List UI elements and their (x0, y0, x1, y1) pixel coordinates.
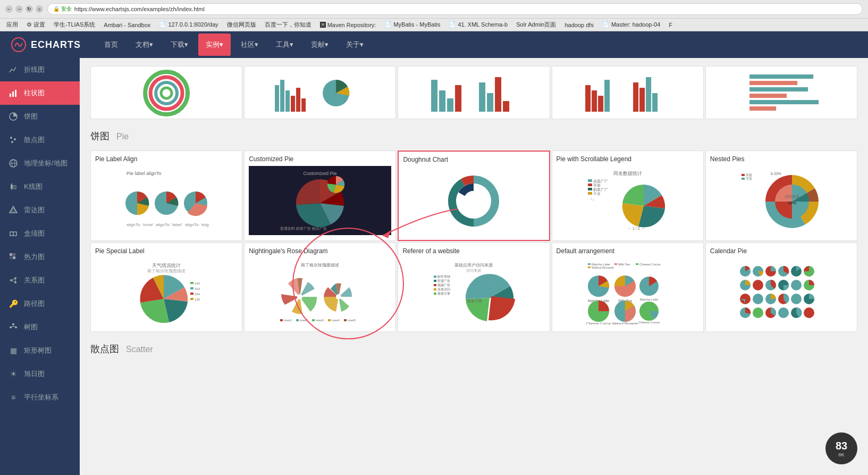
bookmark-solr[interactable]: Solr Admin页面 (514, 20, 558, 29)
nav-about[interactable]: 关于▾ (339, 34, 371, 56)
svg-text:奶茶广告: 奶茶广告 (296, 227, 311, 231)
sidebar-item-bar[interactable]: 柱状图 (0, 81, 80, 105)
sidebar-item-geo[interactable]: 地理坐标/地图 (0, 152, 80, 175)
top-chart-5[interactable] (705, 66, 857, 119)
sidebar: 折线图 柱状图 饼图 散点图 (0, 58, 80, 475)
svg-rect-60 (646, 77, 651, 112)
chart-preview-doughnut (403, 166, 544, 236)
score-number: 83 (836, 440, 847, 452)
chart-pie-scrollable-legend[interactable]: Pie with Scrollable Legend 同名数据统计 吴磊广广 手… (552, 151, 704, 241)
svg-text:访问来源: 访问来源 (466, 269, 481, 272)
bookmark-maven[interactable]: 🅼 Maven Repository: (318, 21, 378, 29)
sidebar-label-pie: 饼图 (24, 112, 38, 121)
sidebar-item-parallel[interactable]: ≡ 平行坐标系 (0, 386, 80, 409)
nav-examples[interactable]: 实例▾ (198, 34, 231, 56)
svg-rect-21 (10, 256, 12, 259)
logo[interactable]: ECHARTS (11, 37, 81, 53)
svg-rect-11 (11, 185, 13, 189)
svg-text:135: 135 (195, 298, 200, 301)
svg-rect-140 (614, 263, 617, 265)
top-chart-2[interactable] (244, 66, 396, 119)
radar-icon (8, 205, 19, 215)
sidebar-item-candlestick[interactable]: K线图 (0, 175, 80, 198)
sidebar-item-scatter[interactable]: 散点图 (0, 128, 80, 152)
bookmarks-bar: 应用 ⚙ 设置 学生-TLIAS系统 Ambari - Sandbox 📄 12… (0, 19, 868, 31)
sidebar-item-radar[interactable]: 雷达图 (0, 198, 80, 222)
nav-community[interactable]: 社区▾ (233, 34, 266, 56)
forward-button[interactable]: → (15, 5, 23, 13)
sidebar-item-graph[interactable]: 关系图 (0, 269, 80, 292)
bookmark-ambari[interactable]: Ambari - Sandbox (102, 21, 153, 29)
refresh-button[interactable]: ↻ (26, 5, 33, 13)
sidebar-item-heatmap[interactable]: 热力图 (0, 245, 80, 269)
chart-preview-customized-pie: Customized Pie (249, 166, 391, 235)
bookmark-apps[interactable]: 应用 (4, 20, 20, 29)
bookmark-mybatis[interactable]: 📄 MyBatis - MyBatis (382, 21, 442, 29)
score-badge: 83 0K (825, 432, 857, 464)
sidebar-label-boxplot: 盒须图 (24, 229, 45, 238)
top-chart-3[interactable] (398, 66, 550, 119)
svg-rect-122 (344, 319, 347, 321)
nav-contribute[interactable]: 贡献▾ (304, 34, 336, 56)
svg-text:直接访问: 直接访问 (437, 287, 450, 291)
bookmark-baidu[interactable]: 百度一下，你知道 (263, 20, 314, 29)
svg-text:← 1 / 2 →: ← 1 / 2 → (628, 227, 645, 230)
sidebar-item-boxplot[interactable]: 盒须图 (0, 222, 80, 245)
bookmark-tlias[interactable]: 学生-TLIAS系统 (52, 20, 97, 29)
svg-rect-51 (487, 93, 493, 112)
svg-rect-62 (749, 74, 813, 79)
chart-referer-website[interactable]: Referer of a website 基础点用户访问来源 访问来源 邮件营销… (398, 243, 550, 332)
bookmark-xml[interactable]: 📄 41. XML Schema-b (446, 21, 510, 29)
sidebar-item-line[interactable]: 折线图 (0, 58, 80, 81)
svg-text:手茶: 手茶 (593, 184, 601, 187)
address-bar[interactable]: 🔒 安全 https://www.echartsjs.com/examples/… (47, 3, 863, 15)
home-button[interactable]: ⌂ (36, 5, 43, 13)
nav-download[interactable]: 下载▾ (163, 34, 196, 56)
svg-rect-132 (434, 288, 436, 290)
svg-rect-64 (749, 87, 808, 91)
top-nav: ECHARTS 首页 文档▾ 下载▾ 实例▾ 社区▾ 工具▾ 贡献▾ 关于▾ (0, 31, 868, 58)
svg-text:310: 310 (195, 287, 200, 290)
chart-preview-pie-special-label: 天气情况统计 南了格尔玫瑰图描述 (95, 258, 238, 327)
bookmark-dfs[interactable]: hadoop dfs (562, 21, 595, 29)
svg-point-181 (804, 307, 814, 318)
app-container: ECHARTS 首页 文档▾ 下载▾ 实例▾ 社区▾ 工具▾ 贡献▾ 关于▾ 折… (0, 31, 868, 475)
nav-docs[interactable]: 文档▾ (128, 34, 161, 56)
svg-text:rose2: rose2 (300, 319, 308, 322)
chart-preview-pie-scrollable: 同名数据统计 吴磊广广 手茶 奶茶广广 千辛 ↑↓ (557, 166, 699, 235)
nav-home[interactable]: 首页 (97, 34, 125, 56)
chart-nested-pies[interactable]: Nested Pies 吴磊 手茶 8.33% (705, 151, 857, 241)
sidebar-item-lines[interactable]: 🔑 路径图 (0, 292, 80, 315)
bookmark-settings[interactable]: ⚙ 设置 (24, 20, 47, 29)
svg-rect-48 (447, 98, 453, 112)
sidebar-item-sunburst[interactable]: ☀ 旭日图 (0, 362, 80, 386)
top-chart-1[interactable] (90, 66, 242, 119)
chart-default-arrangement[interactable]: Default arrangement Matcha Latte Milk Te… (552, 243, 704, 332)
svg-text:rose4: rose4 (332, 319, 340, 322)
sidebar-label-graph: 关系图 (24, 276, 45, 285)
sidebar-item-pie[interactable]: 饼图 (0, 105, 80, 128)
svg-text:Walnut Brownie: Walnut Brownie (592, 266, 614, 269)
chart-customized-pie[interactable]: Customized Pie Customized Pie (244, 151, 396, 241)
svg-rect-22 (13, 256, 15, 259)
bookmark-hadoop[interactable]: 📄 127.0.0.1:8020/day (157, 21, 220, 29)
bookmark-wechat[interactable]: 微信网页版 (225, 20, 258, 29)
chart-pie-label-align[interactable]: Pie Label Align Pie label alignTo (90, 151, 242, 241)
chart-nightingale-rose[interactable]: Nightingale's Rose Diagram 南了格尔玫瑰图描述 (244, 243, 396, 332)
svg-rect-29 (12, 323, 14, 325)
bookmark-master[interactable]: 📄 Master: hadoop-04 (600, 21, 662, 29)
nav-tools[interactable]: 工具▾ (268, 34, 301, 56)
top-chart-4[interactable] (552, 66, 704, 119)
bookmark-f[interactable]: F (667, 21, 675, 29)
back-button[interactable]: ← (5, 5, 13, 13)
chart-calendar-pie[interactable]: Calendar Pie (705, 243, 857, 332)
chart-doughnut[interactable]: Doughnut Chart (398, 151, 550, 241)
sidebar-label-treemap: 矩形树图 (24, 346, 52, 355)
svg-rect-47 (439, 90, 445, 112)
sidebar-item-tree[interactable]: 树图 (0, 315, 80, 339)
chart-pie-special-label[interactable]: Pie Special Label 天气情况统计 南了格尔玫瑰图描述 (90, 243, 242, 332)
svg-rect-96 (741, 178, 745, 180)
svg-text:奶茶广广: 奶茶广广 (593, 188, 608, 192)
sidebar-label-heatmap: 热力图 (24, 252, 45, 262)
sidebar-item-treemap[interactable]: ▦ 矩形树图 (0, 339, 80, 362)
